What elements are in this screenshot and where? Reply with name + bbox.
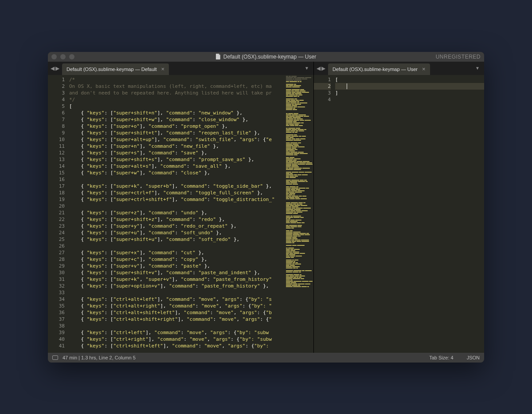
right-pane: ◀ ▶ Default (OSX).sublime-keymap — User … (314, 62, 484, 353)
right-editor[interactable]: 1234 [ ] (314, 75, 484, 353)
back-arrow-icon[interactable]: ◀ (317, 65, 321, 71)
left-gutter: 1234567891011121314151617181920212223242… (48, 75, 69, 353)
nav-arrows: ◀ ▶ (51, 65, 59, 71)
tab-dropdown-icon[interactable]: ▼ (305, 66, 309, 71)
status-tab-size[interactable]: Tab Size: 4 (429, 355, 453, 360)
panel-switcher-icon[interactable] (52, 355, 58, 360)
left-minimap[interactable] (285, 75, 313, 353)
status-position: 47 min | 1.3 hrs, Line 2, Column 5 (63, 355, 136, 360)
close-light[interactable] (51, 54, 57, 59)
zoom-light[interactable] (69, 54, 74, 59)
window-title-container: Default (OSX).sublime-keymap — User (216, 54, 316, 60)
left-tab[interactable]: Default (OSX).sublime-keymap — Default × (62, 63, 169, 75)
back-arrow-icon[interactable]: ◀ (51, 65, 55, 71)
minimize-light[interactable] (60, 54, 66, 59)
app-window: Default (OSX).sublime-keymap — User UNRE… (48, 52, 484, 363)
tab-dropdown-icon[interactable]: ▼ (475, 66, 480, 71)
unregistered-label: UNREGISTERED (436, 54, 481, 60)
right-tab-label: Default (OSX).sublime-keymap — User (332, 67, 418, 72)
right-tabbar: ◀ ▶ Default (OSX).sublime-keymap — User … (314, 62, 484, 75)
titlebar: Default (OSX).sublime-keymap — User UNRE… (48, 52, 484, 62)
close-icon[interactable]: × (422, 66, 426, 72)
right-code[interactable]: [ ] (335, 75, 484, 353)
left-code[interactable]: /*On OS X, basic text manipulations (lef… (69, 75, 285, 353)
close-icon[interactable]: × (161, 66, 165, 72)
right-tab[interactable]: Default (OSX).sublime-keymap — User × (328, 63, 430, 75)
forward-arrow-icon[interactable]: ▶ (321, 65, 325, 71)
window-title: Default (OSX).sublime-keymap — User (223, 54, 316, 60)
status-syntax[interactable]: JSON (467, 355, 480, 360)
traffic-lights (51, 54, 74, 59)
statusbar: 47 min | 1.3 hrs, Line 2, Column 5 Tab S… (48, 353, 484, 363)
right-gutter: 1234 (314, 75, 335, 353)
file-icon (216, 54, 221, 59)
nav-arrows: ◀ ▶ (317, 65, 325, 71)
left-editor[interactable]: 1234567891011121314151617181920212223242… (48, 75, 313, 353)
left-tabbar: ◀ ▶ Default (OSX).sublime-keymap — Defau… (48, 62, 313, 75)
split-panes: ◀ ▶ Default (OSX).sublime-keymap — Defau… (48, 62, 484, 353)
forward-arrow-icon[interactable]: ▶ (55, 65, 59, 71)
left-tab-label: Default (OSX).sublime-keymap — Default (66, 67, 157, 72)
left-pane: ◀ ▶ Default (OSX).sublime-keymap — Defau… (48, 62, 314, 353)
